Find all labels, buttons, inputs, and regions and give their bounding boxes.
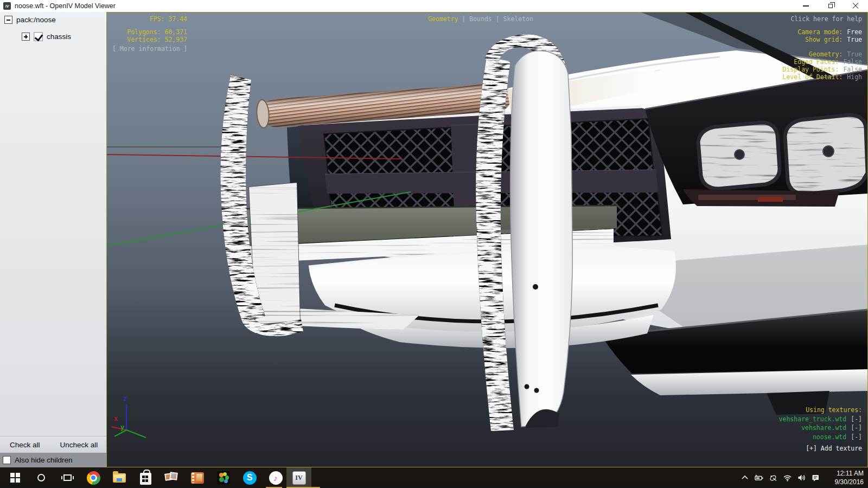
openiv-taskbar-icon: IV <box>292 471 306 485</box>
axis-gizmo: z x y <box>111 395 146 438</box>
itunes-taskbar-button[interactable]: ♪ <box>265 467 286 488</box>
texture-remove-link[interactable]: [-] <box>851 433 862 441</box>
movie-maker-taskbar-button[interactable] <box>187 467 208 488</box>
main-area: pack:/noose chassis Check all Uncheck al… <box>0 12 868 467</box>
texture-item: noose.wtd[-] <box>813 433 862 441</box>
openiv-icon-label: IV <box>5 4 9 8</box>
colored-dots-icon <box>217 471 230 484</box>
file-explorer-taskbar-button[interactable] <box>108 467 130 488</box>
tab-bounds[interactable]: Bounds <box>469 15 492 23</box>
volume-icon[interactable] <box>797 473 806 482</box>
uncheck-all-button[interactable]: Uncheck all <box>60 441 98 449</box>
edged-faces-label: Edged Faces: <box>794 58 839 66</box>
tab-separator: | <box>496 15 500 23</box>
texture-remove-link[interactable]: [-] <box>851 415 862 423</box>
camera-mode-setting[interactable]: Camera mode:Free <box>797 28 862 36</box>
system-tray <box>741 467 820 488</box>
texture-name: noose.wtd <box>813 433 846 441</box>
texture-remove-link[interactable]: [-] <box>851 424 862 432</box>
pushbar-right-upright <box>471 32 572 434</box>
help-link[interactable]: Click here for help <box>790 15 862 23</box>
wifi-icon[interactable] <box>783 473 792 482</box>
window-title: noose.wft - OpenIV Model Viewer <box>15 2 116 10</box>
also-hide-children-checkbox[interactable] <box>3 456 11 464</box>
taskbar-clock[interactable]: 12:11 AM 9/30/2016 <box>825 469 864 486</box>
using-textures-header: Using textures: <box>806 406 862 414</box>
tab-skeleton[interactable]: Skeleton <box>503 15 533 23</box>
cortana-icon <box>37 474 45 481</box>
chrome-icon <box>87 471 100 485</box>
clock-time: 12:11 AM <box>825 469 864 478</box>
cortana-button[interactable] <box>30 467 52 488</box>
chrome-taskbar-button[interactable] <box>82 467 104 488</box>
tree-root-label[interactable]: pack:/noose <box>16 16 56 24</box>
window-titlebar: IV noose.wft - OpenIV Model Viewer <box>0 0 868 12</box>
minimize-button[interactable] <box>793 0 818 12</box>
fps-counter: FPS: 37.44 <box>112 15 187 23</box>
polygons-counter: Polygons: 60,371 <box>112 28 187 36</box>
minimize-icon <box>803 5 809 7</box>
battery-icon[interactable] <box>754 473 764 482</box>
folder-icon <box>113 473 126 483</box>
show-grid-label: Show grid: <box>805 36 843 43</box>
axis-z-label: z <box>123 395 127 402</box>
also-hide-children-label: Also hide children <box>15 456 73 464</box>
geometry-setting[interactable]: Geometry:True <box>809 50 862 58</box>
show-grid-value: True <box>847 36 862 43</box>
clock-date: 9/30/2016 <box>825 478 864 486</box>
texture-name: vehshare.wtd <box>801 424 846 432</box>
tree-root-row: pack:/noose <box>4 16 56 24</box>
display-points-value: False <box>843 66 862 73</box>
show-grid-setting[interactable]: Show grid:True <box>805 36 862 43</box>
model-tree-panel: pack:/noose chassis Check all Uncheck al… <box>0 12 106 467</box>
collapse-icon[interactable] <box>4 16 12 24</box>
task-view-button[interactable] <box>56 467 78 488</box>
display-points-setting[interactable]: Display Points:False <box>783 66 862 73</box>
axis-x-label: x <box>114 415 118 422</box>
camera-mode-label: Camera mode: <box>797 28 843 36</box>
close-button[interactable] <box>843 0 868 12</box>
windows-store-taskbar-button[interactable] <box>135 467 156 488</box>
windows-logo-icon <box>10 473 20 483</box>
add-texture-link[interactable]: [+] Add texture <box>806 445 862 452</box>
restore-icon <box>828 4 833 8</box>
3d-viewport[interactable]: z x y FPS: 37.44 Polygons: 60,371 Vertic… <box>106 12 868 467</box>
level-of-detail-value: High <box>847 73 862 81</box>
edged-faces-setting[interactable]: Edged Faces:False <box>794 58 862 66</box>
task-view-icon <box>63 474 72 481</box>
geometry-value: True <box>847 50 862 58</box>
taskbar: S ♪ IV 12:11 AM 9/30/2016 <box>0 467 868 488</box>
skype-taskbar-button[interactable]: S <box>239 467 260 488</box>
openiv-taskbar-button[interactable]: IV <box>286 467 311 488</box>
satellite-dish-icon[interactable] <box>769 473 778 482</box>
geometry-label: Geometry: <box>809 50 843 58</box>
expand-icon[interactable] <box>22 33 30 41</box>
display-points-label: Display Points: <box>783 66 839 73</box>
color-app-taskbar-button[interactable] <box>213 467 234 488</box>
restore-button[interactable] <box>818 0 843 12</box>
axis-y-label: y <box>120 423 124 431</box>
edged-faces-value: False <box>843 58 862 66</box>
tab-geometry[interactable]: Geometry <box>428 15 458 23</box>
view-mode-tabs: Geometry | Bounds | Skeleton <box>428 15 533 23</box>
action-center-icon[interactable] <box>811 473 820 482</box>
texture-name: vehshare_truck.wtd <box>779 415 847 423</box>
tray-chevron-icon[interactable] <box>741 473 749 482</box>
more-information-link[interactable]: [ More information ] <box>112 45 187 53</box>
close-icon <box>852 3 859 9</box>
start-button[interactable] <box>4 467 26 488</box>
skype-icon: S <box>243 471 257 485</box>
3d-scene: z x y <box>107 12 867 467</box>
photo-gallery-taskbar-button[interactable] <box>161 467 182 488</box>
vertices-counter: Vertices: 52,937 <box>112 36 187 43</box>
window-controls <box>793 0 868 12</box>
level-of-detail-setting[interactable]: Level of Detail:High <box>783 73 862 81</box>
check-all-button[interactable]: Check all <box>10 441 40 449</box>
chassis-checkbox[interactable] <box>34 32 43 41</box>
level-of-detail-label: Level of Detail: <box>783 73 843 81</box>
store-bag-icon <box>140 473 151 485</box>
tree-button-row: Check all Uncheck all <box>0 436 106 453</box>
openiv-app-icon: IV <box>3 2 11 10</box>
chassis-label[interactable]: chassis <box>47 33 71 41</box>
texture-item: vehshare.wtd[-] <box>801 424 862 432</box>
